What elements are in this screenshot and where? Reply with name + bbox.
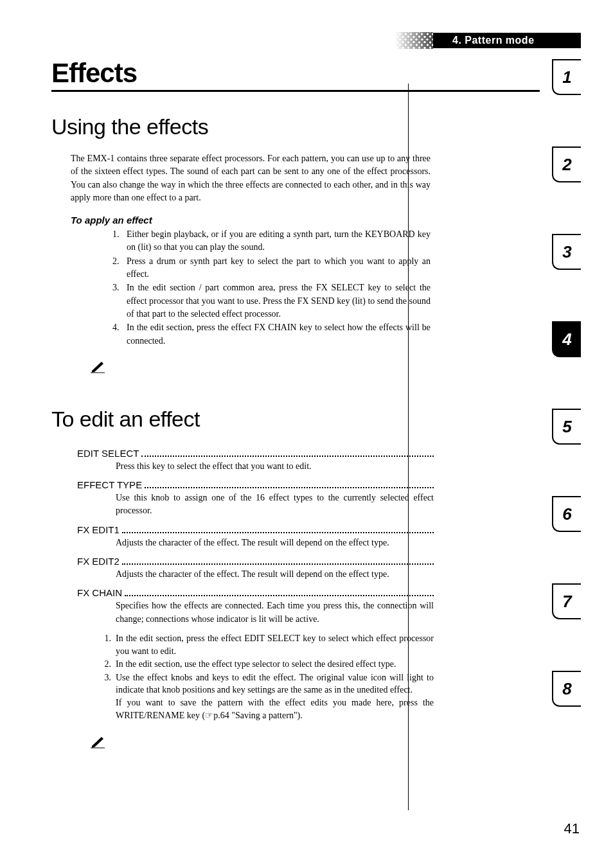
- step-text: In the edit section, press the effect ED…: [116, 632, 434, 657]
- term: FX CHAIN: [77, 587, 125, 598]
- sub-heading-apply-effect: To apply an effect: [71, 215, 581, 226]
- description: Adjusts the character of the effect. The…: [116, 536, 434, 549]
- definition-item: FX CHAIN Specifies how the effects are c…: [77, 587, 434, 626]
- apply-effect-steps: 1.Either begin playback, or if you are e…: [112, 228, 431, 348]
- step-text: Either begin playback, or if you are edi…: [127, 228, 431, 254]
- note-icon: [90, 734, 581, 751]
- term: FX EDIT1: [77, 524, 122, 535]
- definition-list: EDIT SELECT Press this key to select the…: [77, 448, 434, 723]
- chapter-label: 4. Pattern mode: [433, 33, 581, 48]
- section-using-effects-title: Using the effects: [51, 114, 581, 139]
- list-item: 1.Either begin playback, or if you are e…: [112, 228, 431, 254]
- list-item: 3.Use the effect knobs and keys to edit …: [100, 671, 434, 696]
- description: Press this key to select the effect that…: [116, 460, 434, 473]
- checker-decoration: [395, 32, 433, 49]
- definition-item: FX EDIT1 Adjusts the character of the ef…: [77, 524, 434, 549]
- description: Specifies how the effects are connected.…: [116, 599, 434, 626]
- save-note: If you want to save the pattern with the…: [116, 696, 434, 723]
- intro-paragraph: The EMX-1 contains three separate effect…: [71, 152, 431, 204]
- edit-effect-steps: 1.In the edit section, press the effect …: [100, 632, 434, 696]
- chapter-tabs: 1 2 3 4 5 6 7 8: [552, 59, 581, 758]
- definition-item: EDIT SELECT Press this key to select the…: [77, 448, 434, 473]
- tab-1[interactable]: 1: [552, 59, 581, 95]
- step-text: Press a drum or synth part key to select…: [127, 255, 431, 281]
- chapter-header: 4. Pattern mode: [395, 32, 581, 49]
- list-item: 4.In the edit section, press the effect …: [112, 321, 431, 348]
- definition-item: EFFECT TYPE Use this knob to assign one …: [77, 479, 434, 518]
- tab-4[interactable]: 4: [552, 321, 581, 357]
- tab-7[interactable]: 7: [552, 583, 581, 619]
- term: FX EDIT2: [77, 556, 122, 567]
- tab-5[interactable]: 5: [552, 409, 581, 445]
- description: Use this knob to assign one of the 16 ef…: [116, 492, 434, 518]
- tab-8[interactable]: 8: [552, 671, 581, 707]
- page-number: 41: [564, 820, 580, 837]
- term: EDIT SELECT: [77, 448, 141, 459]
- step-text: Use the effect knobs and keys to edit th…: [116, 671, 434, 696]
- list-item: 2.Press a drum or synth part key to sele…: [112, 255, 431, 281]
- list-item: 3.In the edit section / part common area…: [112, 281, 431, 321]
- tab-2[interactable]: 2: [552, 146, 581, 182]
- step-text: In the edit section, press the effect FX…: [127, 321, 431, 348]
- tab-3[interactable]: 3: [552, 234, 581, 270]
- step-text: In the edit section, use the effect type…: [116, 658, 396, 671]
- term: EFFECT TYPE: [77, 479, 145, 490]
- tab-6[interactable]: 6: [552, 496, 581, 532]
- note-icon: [90, 359, 581, 376]
- description: Adjusts the character of the effect. The…: [116, 568, 434, 581]
- list-item: 2.In the edit section, use the effect ty…: [100, 658, 434, 671]
- page-title: Effects: [51, 58, 540, 92]
- step-text: In the edit section / part common area, …: [127, 281, 431, 321]
- list-item: 1.In the edit section, press the effect …: [100, 632, 434, 657]
- vertical-divider: [408, 84, 409, 810]
- section-edit-effect-title: To edit an effect: [51, 407, 581, 432]
- definition-item: FX EDIT2 Adjusts the character of the ef…: [77, 556, 434, 581]
